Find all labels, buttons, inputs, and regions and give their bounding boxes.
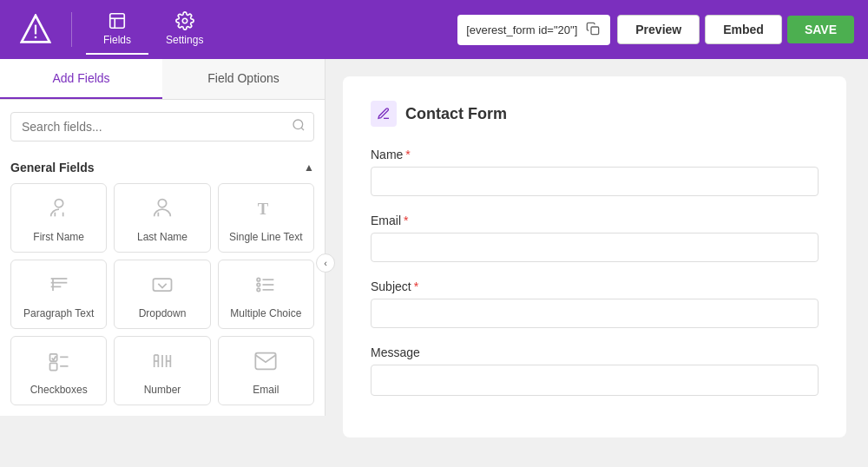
field-label-checkboxes: Checkboxes: [30, 384, 88, 396]
form-input-message[interactable]: [371, 365, 819, 396]
last-name-icon: [150, 196, 174, 224]
svg-rect-39: [256, 353, 276, 370]
sidebar-wrapper: Add Fields Field Options: [0, 59, 326, 467]
general-fields-section-header: General Fields ▲: [0, 154, 325, 183]
shortcode-text: [everest_form id="20"]: [466, 23, 577, 36]
field-item-email[interactable]: Email: [218, 336, 314, 405]
form-field-subject: Subject *: [371, 280, 819, 328]
form-input-subject[interactable]: [371, 299, 819, 328]
email-icon: [253, 349, 278, 377]
svg-point-2: [35, 36, 37, 39]
save-button[interactable]: SAVE: [787, 16, 854, 43]
first-name-icon: [47, 196, 71, 224]
svg-point-13: [158, 200, 166, 207]
main-layout: Add Fields Field Options: [0, 59, 868, 467]
field-label-first-name: First Name: [33, 231, 84, 243]
svg-point-6: [182, 18, 187, 23]
nav-fields[interactable]: Fields: [86, 4, 148, 55]
search-wrap: [10, 112, 314, 141]
svg-point-21: [257, 278, 260, 281]
form-canvas: Contact Form Name * Email *: [326, 59, 868, 467]
sidebar-tabs: Add Fields Field Options: [0, 59, 325, 100]
form-field-name: Name *: [371, 148, 819, 196]
tab-add-fields[interactable]: Add Fields: [0, 59, 162, 99]
sidebar-search: [0, 100, 325, 154]
required-star-email: *: [404, 214, 408, 227]
field-item-single-line-text[interactable]: T Single Line Text: [218, 183, 314, 253]
tab-field-options[interactable]: Field Options: [162, 59, 325, 99]
form-input-email[interactable]: [371, 233, 819, 262]
field-item-paragraph-text[interactable]: Paragraph Text: [10, 260, 107, 329]
field-label-email: Email: [253, 384, 279, 396]
field-label-single-line-text: Single Line Text: [229, 231, 303, 243]
svg-line-9: [301, 128, 304, 130]
required-star-subject: *: [414, 280, 418, 293]
header: Fields Settings [everest_form id="20"] P…: [0, 0, 868, 59]
number-icon: [150, 349, 174, 377]
form-label-email: Email *: [371, 214, 819, 227]
sidebar-collapse-button[interactable]: ‹: [316, 253, 335, 273]
field-label-paragraph-text: Paragraph Text: [23, 307, 94, 319]
form-label-message: Message: [371, 345, 819, 359]
svg-rect-20: [153, 279, 171, 291]
form-field-email: Email *: [371, 214, 819, 262]
chevron-left-icon: ‹: [324, 258, 327, 268]
nav-settings-label: Settings: [166, 34, 203, 46]
checkboxes-icon: [47, 349, 71, 377]
nav-fields-label: Fields: [103, 34, 131, 46]
field-item-multiple-choice[interactable]: Multiple Choice: [218, 260, 314, 329]
preview-button[interactable]: Preview: [617, 15, 700, 44]
field-item-dropdown[interactable]: Dropdown: [114, 260, 210, 329]
paragraph-text-icon: [47, 273, 71, 300]
field-label-last-name: Last Name: [137, 231, 187, 243]
svg-point-8: [293, 120, 303, 129]
section-collapse-toggle[interactable]: ▲: [304, 161, 314, 174]
svg-point-25: [257, 288, 260, 292]
header-nav: Fields Settings: [86, 4, 220, 55]
form-title: Contact Form: [405, 105, 507, 123]
svg-point-23: [257, 283, 260, 286]
header-divider: [71, 12, 72, 47]
search-icon: [292, 118, 306, 135]
form-label-name: Name *: [371, 148, 819, 161]
svg-point-10: [55, 200, 62, 207]
field-item-number[interactable]: Number: [114, 336, 210, 405]
fields-grid: First Name Last Name: [0, 183, 325, 416]
sidebar: Add Fields Field Options: [0, 59, 326, 416]
field-label-number: Number: [144, 384, 181, 396]
required-star-name: *: [405, 148, 410, 161]
nav-settings[interactable]: Settings: [148, 4, 220, 55]
copy-shortcode-button[interactable]: [584, 20, 602, 40]
field-label-multiple-choice: Multiple Choice: [230, 307, 301, 319]
form-input-name[interactable]: [371, 167, 819, 196]
svg-rect-3: [110, 14, 125, 29]
logo: [14, 14, 57, 45]
form-label-subject: Subject *: [371, 280, 819, 293]
dropdown-icon: [150, 273, 174, 300]
form-field-message: Message: [371, 345, 819, 396]
shortcode-box: [everest_form id="20"]: [457, 15, 610, 45]
field-label-dropdown: Dropdown: [139, 307, 187, 319]
form-card: Contact Form Name * Email *: [343, 76, 846, 437]
form-title-row: Contact Form: [371, 101, 819, 127]
svg-text:T: T: [258, 200, 269, 218]
field-item-last-name[interactable]: Last Name: [114, 183, 210, 253]
multiple-choice-icon: [253, 273, 278, 300]
field-item-checkboxes[interactable]: Checkboxes: [10, 336, 107, 405]
form-edit-icon: [371, 101, 397, 127]
field-item-first-name[interactable]: First Name: [10, 183, 107, 253]
single-line-text-icon: T: [253, 196, 278, 224]
general-fields-title: General Fields: [10, 161, 94, 174]
svg-rect-29: [49, 363, 56, 370]
embed-button[interactable]: Embed: [705, 15, 782, 44]
search-input[interactable]: [10, 112, 314, 141]
svg-rect-7: [591, 27, 599, 35]
